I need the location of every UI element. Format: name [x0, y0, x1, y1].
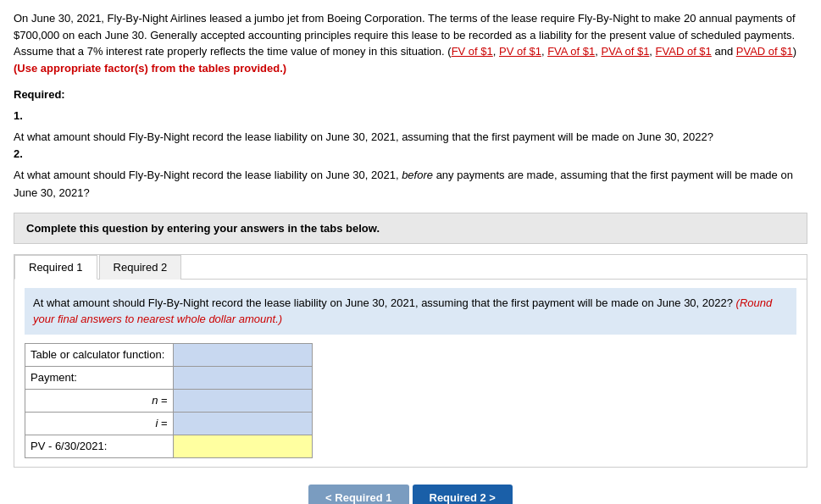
required-section: Required: 1. At what amount should Fly-B… — [14, 86, 807, 202]
input-pv[interactable] — [173, 435, 312, 457]
required-item-1: 1. At what amount should Fly-By-Night re… — [14, 108, 807, 147]
input-n-field[interactable] — [179, 392, 307, 409]
input-payment[interactable] — [173, 366, 312, 389]
question-main: At what amount should Fly-By-Night recor… — [33, 296, 733, 309]
table-row-i: i = — [25, 412, 313, 435]
next-button[interactable]: Required 2 > — [413, 485, 513, 504]
nav-buttons: < Required 1 Required 2 > — [14, 485, 807, 504]
link-fva[interactable]: FVA of $1 — [547, 45, 595, 58]
input-i-field[interactable] — [179, 415, 307, 432]
label-payment: Payment: — [25, 366, 174, 389]
link-pv[interactable]: PV of $1 — [499, 45, 541, 58]
tabs-header: Required 1 Required 2 — [14, 255, 807, 280]
prev-button[interactable]: < Required 1 — [308, 485, 408, 504]
instruction-box: Complete this question by entering your … — [14, 213, 807, 244]
link-fv[interactable]: FV of $1 — [452, 45, 493, 58]
tab-required-1[interactable]: Required 1 — [14, 255, 97, 280]
link-fvad[interactable]: FVAD of $1 — [656, 45, 712, 58]
required-item-2: 2. At what amount should Fly-By-Night re… — [14, 146, 807, 202]
input-i[interactable] — [173, 412, 312, 435]
required-heading: Required: — [14, 86, 807, 104]
label-function: Table or calculator function: — [25, 343, 174, 366]
input-payment-field[interactable] — [179, 369, 307, 386]
input-pv-field[interactable] — [179, 438, 307, 455]
table-row-pv: PV - 6/30/2021: — [25, 435, 313, 457]
table-row-function: Table or calculator function: — [25, 343, 313, 366]
label-n: n = — [25, 389, 174, 412]
input-function-field[interactable] — [179, 346, 307, 363]
tab-content-required-1: At what amount should Fly-By-Night recor… — [14, 280, 807, 467]
link-pva[interactable]: PVA of $1 — [602, 45, 650, 58]
label-i: i = — [25, 412, 174, 435]
tabs-container: Required 1 Required 2 At what amount sho… — [14, 254, 807, 468]
input-table: Table or calculator function: Payment: n… — [25, 343, 313, 458]
input-n[interactable] — [173, 389, 312, 412]
table-row-payment: Payment: — [25, 366, 313, 389]
table-row-n: n = — [25, 389, 313, 412]
link-pvad[interactable]: PVAD of $1 — [736, 45, 793, 58]
question-text-box: At what amount should Fly-By-Night recor… — [25, 288, 796, 335]
tab-required-2[interactable]: Required 2 — [99, 255, 182, 280]
intro-paragraph: On June 30, 2021, Fly-By-Night Airlines … — [14, 10, 807, 76]
label-pv: PV - 6/30/2021: — [25, 435, 174, 457]
input-function[interactable] — [173, 343, 312, 366]
table-note: (Use appropriate factor(s) from the tabl… — [14, 62, 286, 75]
